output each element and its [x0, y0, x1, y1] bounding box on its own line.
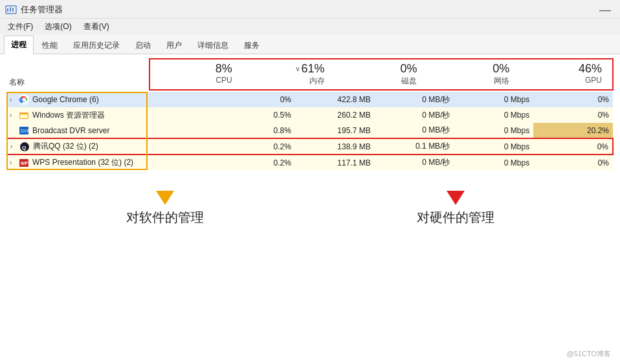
main-content: 名称 8% CPU ∨ 61% 内存 0% 磁盘 0% 网络 [0, 58, 620, 170]
explorer-mem: 260.2 MB [295, 107, 375, 123]
mem-header: ∨ 61% 内存 [243, 62, 335, 87]
name-broadcast: DVR Broadcast DVR server [7, 123, 216, 138]
disk-header: 0% 磁盘 [335, 62, 428, 87]
menu-view[interactable]: 查看(V) [82, 21, 111, 33]
tab-app-history[interactable]: 应用历史记录 [66, 36, 127, 54]
name-explorer: › Windows 资源管理器 [7, 107, 216, 123]
gpu-header: 46% GPU [520, 62, 612, 87]
qq-net: 0 Mbps [454, 138, 533, 155]
wps-gpu: 0% [533, 155, 613, 170]
minimize-button[interactable]: — [597, 4, 614, 16]
mem-chevron: ∨ [295, 65, 300, 73]
net-header: 0% 网络 [427, 62, 520, 87]
qq-mem: 138.9 MB [295, 138, 375, 155]
chrome-gpu: 0% [533, 92, 613, 107]
expand-arrow-wps[interactable]: › [10, 159, 16, 166]
name-qq: › Q 腾讯QQ (32 位) (2) [7, 138, 216, 155]
tab-users[interactable]: 用户 [159, 36, 189, 54]
chrome-disk: 0 MB/秒 [375, 92, 454, 107]
svg-rect-2 [10, 7, 11, 12]
icon-chrome [19, 94, 29, 105]
mem-pct: ∨ 61% [243, 62, 325, 76]
title-left: 任务管理器 [5, 4, 63, 16]
icon-qq: Q [19, 142, 30, 152]
row-qq[interactable]: › Q 腾讯QQ (32 位) (2) 0.2% 138.9 MB 0.1 MB… [7, 138, 613, 155]
menu-file[interactable]: 文件(F) [6, 21, 34, 33]
broadcast-net: 0 Mbps [454, 123, 533, 138]
watermark: @51CTO博客 [567, 349, 611, 359]
menu-options[interactable]: 选项(O) [43, 21, 72, 33]
broadcast-gpu: 20.2% [533, 123, 613, 138]
tab-services[interactable]: 服务 [237, 36, 267, 54]
wps-net: 0 Mbps [454, 155, 533, 170]
title-bar: 任务管理器 — [0, 0, 620, 19]
gpu-label: GPU [520, 76, 602, 85]
broadcast-mem: 195.7 MB [295, 123, 375, 138]
svg-rect-3 [12, 8, 14, 12]
cpu-pct: 8% [150, 62, 232, 76]
explorer-disk: 0 MB/秒 [375, 107, 454, 123]
row-broadcast[interactable]: DVR Broadcast DVR server 0.8% 195.7 MB 0… [7, 123, 613, 138]
hardware-label: 对硬件的管理 [417, 209, 494, 226]
broadcast-disk: 0 MB/秒 [375, 123, 454, 138]
tab-performance[interactable]: 性能 [35, 36, 65, 54]
tab-processes[interactable]: 进程 [4, 36, 34, 54]
software-label: 对软件的管理 [126, 209, 204, 226]
expand-arrow-chrome[interactable]: › [10, 96, 16, 103]
chrome-net: 0 Mbps [454, 92, 533, 107]
explorer-name: Windows 资源管理器 [32, 110, 105, 121]
software-annotation: 对软件的管理 [126, 191, 204, 226]
column-headers: 名称 8% CPU ∨ 61% 内存 0% 磁盘 0% 网络 [6, 58, 614, 91]
svg-text:Q: Q [22, 145, 26, 151]
mem-label: 内存 [243, 76, 325, 87]
row-wps[interactable]: › WPS WPS Presentation (32 位) (2) 0.2% 1… [7, 155, 613, 170]
chrome-mem: 422.8 MB [295, 92, 375, 107]
annotation-area: 对软件的管理 对硬件的管理 [0, 179, 620, 226]
resource-headers: 8% CPU ∨ 61% 内存 0% 磁盘 0% 网络 46% GPU [149, 58, 614, 91]
gpu-pct: 46% [520, 62, 602, 76]
svg-rect-1 [7, 8, 8, 12]
chrome-cpu: 0% [216, 92, 295, 107]
qq-cpu: 0.2% [216, 138, 295, 155]
taskmanager-icon [5, 4, 17, 16]
arrow-software [156, 191, 174, 205]
menu-bar: 文件(F) 选项(O) 查看(V) [0, 19, 620, 35]
qq-name: 腾讯QQ (32 位) (2) [33, 141, 98, 152]
process-table: › Google Chrome (6) 0% [6, 92, 614, 170]
col-name-header: 名称 [6, 73, 149, 91]
svg-point-5 [23, 98, 26, 102]
svg-rect-7 [20, 114, 28, 118]
name-chrome: › Google Chrome (6) [7, 92, 216, 107]
tab-bar: 进程 性能 应用历史记录 启动 用户 详细信息 服务 [0, 35, 620, 54]
net-label: 网络 [427, 76, 509, 87]
expand-arrow-qq[interactable]: › [10, 143, 17, 150]
window-title: 任务管理器 [21, 4, 63, 16]
chrome-name: Google Chrome (6) [32, 95, 99, 104]
svg-text:WPS: WPS [21, 161, 29, 166]
disk-label: 磁盘 [335, 76, 417, 87]
icon-wps: WPS [19, 158, 29, 168]
qq-gpu: 0% [533, 138, 613, 155]
broadcast-cpu: 0.8% [216, 123, 295, 138]
wps-mem: 117.1 MB [295, 155, 375, 170]
wps-name: WPS Presentation (32 位) (2) [32, 157, 133, 168]
broadcast-name: Broadcast DVR server [32, 126, 109, 135]
explorer-gpu: 0% [533, 107, 613, 123]
arrow-hardware [447, 191, 465, 205]
svg-text:DVR: DVR [21, 129, 29, 133]
explorer-net: 0 Mbps [454, 107, 533, 123]
expand-arrow-explorer[interactable]: › [10, 112, 16, 119]
tab-details[interactable]: 详细信息 [190, 36, 236, 54]
qq-disk: 0.1 MB/秒 [375, 138, 454, 155]
name-wps: › WPS WPS Presentation (32 位) (2) [7, 155, 216, 170]
net-pct: 0% [427, 62, 509, 76]
cpu-label: CPU [150, 76, 232, 85]
row-chrome[interactable]: › Google Chrome (6) 0% [7, 92, 613, 107]
wps-cpu: 0.2% [216, 155, 295, 170]
tab-startup[interactable]: 启动 [128, 36, 158, 54]
disk-pct: 0% [335, 62, 417, 76]
explorer-cpu: 0.5% [216, 107, 295, 123]
cpu-header: 8% CPU [150, 62, 243, 87]
row-explorer[interactable]: › Windows 资源管理器 0.5% 260.2 MB 0 MB/秒 0 M… [7, 107, 613, 123]
icon-explorer [19, 110, 29, 120]
